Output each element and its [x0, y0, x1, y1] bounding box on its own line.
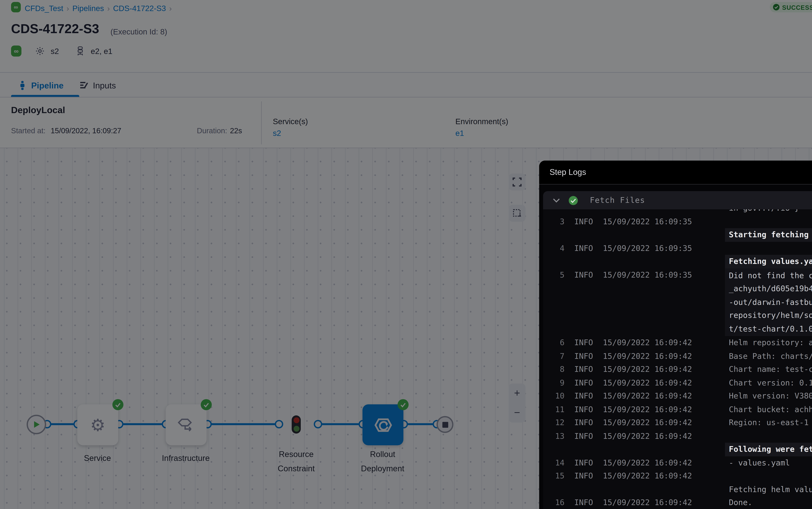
log-line: 10INFO15/09/2022 16:09:42Helm version: V… [543, 389, 812, 403]
log-message: Base Path: charts/ [729, 349, 812, 363]
log-line: 4INFO15/09/2022 16:09:35 [543, 241, 812, 255]
log-level: INFO [574, 469, 594, 483]
log-level: INFO [574, 349, 594, 363]
step-success-icon [568, 195, 578, 205]
log-line-number [549, 228, 564, 241]
log-timestamp: 15/09/2022 16:09:42 [603, 429, 693, 443]
log-timestamp: 15/09/2022 16:09:42 [603, 389, 693, 403]
log-level [574, 228, 594, 241]
log-timestamp: 15/09/2022 16:09:35 [603, 215, 693, 228]
log-level: INFO [574, 215, 594, 228]
step-logs-drawer: Step Logs Console View Fetch Files 9s in… [539, 161, 812, 509]
log-message: Starting fetching Helm values [729, 228, 812, 241]
chevron-down-icon[interactable] [553, 198, 560, 203]
log-line-number: 14 [549, 456, 564, 469]
log-level: INFO [574, 416, 594, 429]
log-message: Fetching helm values completed successfu… [729, 483, 812, 496]
log-line: 16INFO15/09/2022 16:09:42Done. [543, 496, 812, 509]
log-line: 7INFO15/09/2022 16:09:42Base Path: chart… [543, 349, 812, 363]
log-line: 12INFO15/09/2022 16:09:42Region: us-east… [543, 416, 812, 429]
log-message [729, 241, 812, 255]
log-drawer-header: Step Logs Console View [539, 161, 812, 184]
log-line-number: 7 [549, 349, 564, 363]
log-message: Helm version: V380 [729, 389, 812, 403]
log-line: 3INFO15/09/2022 16:09:35 [543, 215, 812, 228]
log-line: 13INFO15/09/2022 16:09:42 [543, 429, 812, 443]
log-timestamp: 15/09/2022 16:09:42 [603, 416, 693, 429]
log-timestamp: 15/09/2022 16:09:42 [603, 456, 693, 469]
app-root: ∞ CFDs_Test › Pipelines › CDS-41722-S3 ›… [0, 0, 812, 509]
log-line-number: 11 [549, 403, 564, 416]
log-level [574, 255, 594, 268]
log-message: Done. [729, 496, 812, 509]
log-line-number: 10 [549, 389, 564, 403]
log-message: Following were fetched successfully : [729, 443, 812, 456]
log-line-number [549, 443, 564, 456]
log-timestamp [603, 483, 693, 496]
log-rows: in gov.../.io }3INFO15/09/2022 16:09:35S… [543, 191, 812, 509]
log-panel-title: Step Logs [550, 168, 586, 177]
log-line-number: 8 [549, 363, 564, 376]
log-line: Fetching values.yaml from helm chart rep… [543, 255, 812, 268]
log-line-number: 3 [549, 215, 564, 228]
log-level: INFO [574, 268, 594, 336]
log-message: - values.yaml [729, 456, 812, 469]
log-line: Following were fetched successfully : [543, 443, 812, 456]
log-line-number [549, 255, 564, 268]
log-message: Chart bucket: achhelmbucket [729, 403, 812, 416]
log-level: INFO [574, 241, 594, 255]
log-timestamp: 15/09/2022 16:09:42 [603, 363, 693, 376]
log-level: INFO [574, 456, 594, 469]
log-section-title: Fetch Files [590, 196, 645, 205]
log-line: Starting fetching Helm values [543, 228, 812, 241]
log-line: 8INFO15/09/2022 16:09:42Chart name: test… [543, 363, 812, 376]
log-line-number: 13 [549, 429, 564, 443]
log-line: 14INFO15/09/2022 16:09:42- values.yaml [543, 456, 812, 469]
log-timestamp: 15/09/2022 16:09:42 [603, 349, 693, 363]
log-line: 15INFO15/09/2022 16:09:42 [543, 469, 812, 483]
log-line-number: 6 [549, 336, 564, 349]
log-message: Did not find the chart and version in lo… [729, 268, 812, 336]
log-section-header[interactable]: Fetch Files 9s [543, 191, 812, 209]
log-timestamp: 15/09/2022 16:09:42 [603, 376, 693, 389]
log-timestamp [603, 255, 693, 268]
log-line-number: 12 [549, 416, 564, 429]
log-message: Fetching values.yaml from helm chart rep… [729, 255, 812, 268]
log-timestamp [603, 443, 693, 456]
log-message: Chart version: 0.1.0 [729, 376, 812, 389]
log-message [729, 469, 812, 483]
log-message: Helm repository: aws-qa-setup-modified [729, 336, 812, 349]
log-message: Chart name: test-chart [729, 363, 812, 376]
log-level: INFO [574, 496, 594, 509]
log-line: 9INFO15/09/2022 16:09:42Chart version: 0… [543, 376, 812, 389]
log-line: 5INFO15/09/2022 16:09:35Did not find the… [543, 268, 812, 336]
log-level: INFO [574, 389, 594, 403]
log-line-number: 4 [549, 241, 564, 255]
log-level: INFO [574, 336, 594, 349]
log-level: INFO [574, 403, 594, 416]
log-line: Fetching helm values completed successfu… [543, 483, 812, 496]
log-level [574, 443, 594, 456]
log-body: Fetch Files 9s in gov.../.io }3INFO15/09… [543, 191, 812, 509]
log-timestamp: 15/09/2022 16:09:42 [603, 469, 693, 483]
log-message [729, 215, 812, 228]
log-line-number: 15 [549, 469, 564, 483]
log-line-number: 16 [549, 496, 564, 509]
log-timestamp: 15/09/2022 16:09:42 [603, 336, 693, 349]
log-level: INFO [574, 363, 594, 376]
log-timestamp: 15/09/2022 16:09:35 [603, 268, 693, 336]
log-level: INFO [574, 376, 594, 389]
log-message [729, 429, 812, 443]
log-line: 6INFO15/09/2022 16:09:42Helm repository:… [543, 336, 812, 349]
log-timestamp [603, 228, 693, 241]
log-timestamp: 15/09/2022 16:09:35 [603, 241, 693, 255]
log-message: Region: us-east-1 [729, 416, 812, 429]
log-line-number: 9 [549, 376, 564, 389]
log-line-number: 5 [549, 268, 564, 336]
log-level [574, 483, 594, 496]
log-line: 11INFO15/09/2022 16:09:42Chart bucket: a… [543, 403, 812, 416]
log-timestamp: 15/09/2022 16:09:42 [603, 403, 693, 416]
log-timestamp: 15/09/2022 16:09:42 [603, 496, 693, 509]
log-level: INFO [574, 429, 594, 443]
log-line-number [549, 483, 564, 496]
